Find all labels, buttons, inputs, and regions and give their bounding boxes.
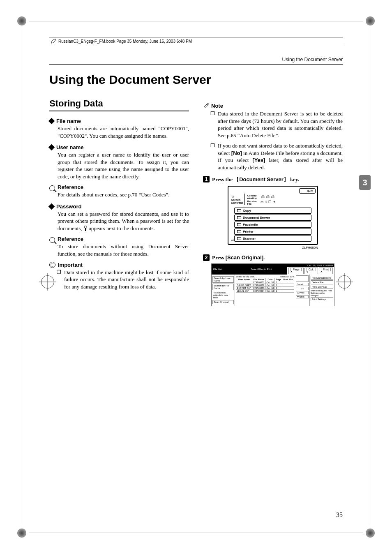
diamond-icon [48,203,55,210]
communicating-label: Commu- nicating [247,194,257,199]
reference-label: Reference [58,184,83,190]
panel-menu-scanner: Scanner [234,235,311,242]
crop-line [370,29,370,525]
diamond-icon [48,144,55,151]
btn-search-file: Search by File Name [212,284,234,290]
screen-mid-buttons: Detail 1/1 ▲Prev. ▼Next [295,275,309,306]
crop-line [22,29,22,525]
option-yes: [Yes] [252,157,265,163]
step-number: 1 [203,176,210,182]
screen-title-center: Select Files to Print [235,267,287,275]
thumb-tab: 3 [359,175,371,190]
btn-delete: Delete File [311,280,333,284]
key-icon [83,226,88,231]
hint: After selecting file, Print Settings can… [311,289,333,297]
control-panel-figure: ◈/▭ ☼ Screen Contrast Commu- nicating 凸凸… [228,186,318,249]
table-row: EXPORT DIVCOPY0003Oct. 181 [236,287,294,290]
mode-icons: ▭ℹ❐✦ [261,200,276,204]
body-text: For details about user codes, see p.70 “… [58,191,189,199]
leaf-icon [51,39,56,44]
subhead-text: File name [56,118,81,124]
page-number: 35 [336,511,343,519]
btn-scan-original: Scan Original [212,300,234,304]
body-text: You can set a password for stored docume… [58,210,189,232]
tray-icons: 凸凸凸 [261,194,274,199]
soft-key: [Scan Original] [226,254,263,261]
screen-title-left: File List [212,267,235,275]
rule [49,64,343,65]
subhead-text: Password [56,203,81,210]
reference-label: Reference [58,236,83,242]
magnifier-icon [49,237,55,243]
reference-heading: Reference [49,184,189,190]
table-row: LEGAL DIVCOPY0004Oct. 181 [236,290,294,293]
btn-file-mgmt: File Management [311,276,333,280]
gear-icon [49,262,55,268]
hint: Select files to print. [236,275,255,278]
option-no: [No] [231,150,242,156]
screen-contrast-label: ☼ Screen Contrast [230,194,245,205]
step-text: Press [212,254,226,261]
step-text: . [263,254,265,261]
screen-right-column: File Management Delete File Print 1st Pa… [309,275,334,306]
btn-print-1st: Print 1st Page [311,285,333,289]
btn-search-user: Search by User Name [212,276,234,283]
reference-heading: Reference [49,236,189,242]
running-head: Using the Document Server [49,57,343,62]
btn-detail: Detail [296,283,308,286]
book-header-text: RussianC3_ENgsg-F_FM.book Page 35 Monday… [58,39,192,44]
pencil-icon [203,102,209,109]
subhead-password: Password [49,203,189,210]
table-row: COPY0001Oct. 181 [236,281,294,284]
hard-key: Document Server [234,176,289,182]
panel-menu-printer: Printer [234,229,311,235]
magnifier-icon [49,185,55,191]
subhead-user-name: User name [49,144,189,150]
btn-next: ▼Next [296,295,308,298]
crop-line [29,21,363,21]
hint-text: You can scan originals to view them. [212,291,234,299]
panel-menu-facsimile: Facsimile [234,222,311,228]
screen-left-column: Search by User Name Search by File Name … [212,275,235,306]
diamond-icon [48,118,55,125]
book-header: RussianC3_ENgsg-F_FM.book Page 35 Monday… [49,37,343,45]
panel-menu-copy: Copy [234,208,311,214]
important-heading: Important [49,262,189,268]
step-number: 2 [203,254,210,261]
btn-print-settings: Print Settings [311,297,333,301]
crop-mark [17,16,26,25]
body-text-b: appears next to the documents. [88,225,155,231]
lcd-screen-figure: Select Files to Print Oct. 18, 2001 12:0… [211,263,334,306]
step-text: Press the [212,176,234,182]
body-text: Stored documents are automatically named… [58,125,189,139]
scroll-indicator: 1/1 [296,287,308,290]
list-item: If you do not want stored data to be aut… [210,142,343,171]
list-item: Data stored in the Document Server is se… [210,110,343,139]
screen-date: Oct. 18, 2001 12:07PM [307,264,333,267]
step-text: key. [289,176,299,182]
table-row: SALES DEPTCOPY0002Oct. 181 [236,284,294,287]
body-text: To store documents without using Documen… [58,243,189,257]
subhead-text: User name [56,144,83,150]
figure-caption: ZLFH080N [228,246,318,249]
note-heading: Note [203,102,343,109]
panel-menu-document-server: Document Server [234,215,311,221]
pointer-icon: ⇨ [231,238,234,242]
btn-prev: ▲Prev. [296,291,308,294]
crop-mark [366,16,375,25]
indicator-icon: ◈/▭ [299,188,316,194]
file-table: User NameFile NameDatePagePrnt. Odr COPY… [236,278,295,293]
body-text: You can register a user name to identify… [58,151,189,180]
step-1: 1 Press the Document Server key. [203,176,343,183]
note-label: Note [211,103,223,109]
crop-line [29,533,363,533]
step-2: 2 Press [Scan Original]. [203,254,343,261]
crop-mark [17,529,26,538]
section-heading: Storing Data [49,98,189,111]
screen-counters: Page0 Cpt.1 Print0 [287,267,334,275]
page-title: Using the Document Server [49,73,343,87]
receive-file-label: Receive File [247,200,257,205]
important-label: Important [58,262,83,268]
crop-mark [366,529,375,538]
subhead-file-name: File name [49,118,189,124]
